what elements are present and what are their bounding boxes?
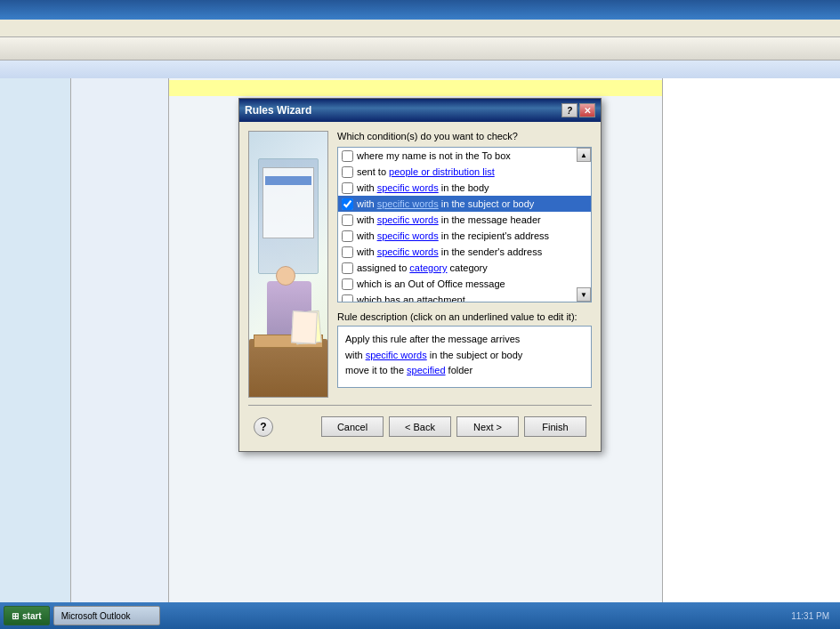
scrollbar-up-button[interactable]: ▲ (577, 148, 591, 162)
dialog-title: Rules Wizard (245, 104, 561, 117)
rule-line-2: with specific words in the subject or bo… (345, 348, 584, 364)
condition-item-6[interactable]: with specific words in the recipient's a… (338, 228, 591, 244)
outlook-sidebar (0, 78, 71, 602)
condition-text-6: with specific words in the recipient's a… (357, 230, 549, 241)
condition-link-3[interactable]: specific words (377, 182, 439, 193)
rules-wizard-dialog: Rules Wizard ? ✕ (238, 98, 602, 452)
outlook-navbar (0, 60, 840, 78)
footer-left: ? (254, 417, 273, 437)
conditions-question: Which condition(s) do you want to check? (337, 131, 592, 141)
system-tray: 11:31 PM (784, 611, 836, 621)
taskbar-items: Microsoft Outlook (50, 606, 785, 625)
condition-link-7[interactable]: specific words (377, 246, 439, 257)
condition-text-4: with specific words in the subject or bo… (357, 198, 534, 209)
outlook-menubar (0, 20, 840, 37)
condition-link-8[interactable]: category (409, 262, 447, 273)
scrollbar-down-button[interactable]: ▼ (577, 287, 591, 302)
condition-text-5: with specific words in the message heade… (357, 214, 541, 225)
dialog-body: Which condition(s) do you want to check?… (239, 122, 601, 451)
titlebar-close-button[interactable]: ✕ (579, 103, 595, 117)
start-label: start (22, 611, 42, 621)
condition-item-8[interactable]: assigned to category category (338, 260, 591, 276)
finish-button[interactable]: Finish (524, 416, 586, 437)
condition-text-3: with specific words in the body (357, 182, 489, 193)
rule-description-section: Rule description (click on an underlined… (337, 311, 592, 388)
footer-right: Cancel < Back Next > Finish (321, 416, 586, 437)
back-button[interactable]: < Back (389, 416, 451, 437)
next-button[interactable]: Next > (456, 416, 519, 437)
conditions-list[interactable]: where my name is not in the To box sent … (337, 147, 592, 302)
conditions-panel: Which condition(s) do you want to check?… (337, 131, 592, 398)
condition-link-2[interactable]: people or distribution list (389, 166, 495, 177)
wizard-paper2 (291, 310, 318, 343)
condition-checkbox-2[interactable] (342, 166, 353, 178)
wizard-illustration (248, 131, 328, 398)
titlebar-help-button[interactable]: ? (561, 103, 578, 117)
condition-text-8: assigned to category category (357, 262, 488, 273)
taskbar-item-label: Microsoft Outlook (61, 611, 131, 621)
condition-checkbox-9[interactable] (342, 278, 353, 290)
condition-checkbox-8[interactable] (342, 262, 353, 274)
condition-item-2[interactable]: sent to people or distribution list (338, 164, 591, 180)
wizard-screen-bar (265, 176, 311, 185)
rule-description-title: Rule description (click on an underlined… (337, 311, 592, 322)
condition-checkbox-10[interactable] (342, 294, 353, 303)
rule-line-3: move it to the specified folder (345, 363, 584, 379)
dialog-top-section: Which condition(s) do you want to check?… (248, 131, 592, 398)
outlook-folders (71, 78, 169, 602)
condition-item-9[interactable]: which is an Out of Office message (338, 276, 591, 292)
condition-item-3[interactable]: with specific words in the body (338, 180, 591, 196)
rule-link-specified[interactable]: specified (407, 365, 445, 375)
condition-checkbox-7[interactable] (342, 246, 353, 258)
wizard-image-inner (249, 132, 327, 397)
dialog-separator (248, 405, 592, 406)
outlook-toolbar (0, 37, 840, 60)
clock: 11:31 PM (791, 611, 829, 621)
wizard-figure-head (276, 266, 295, 286)
condition-checkbox-3[interactable] (342, 182, 353, 194)
condition-checkbox-5[interactable] (342, 214, 353, 226)
taskbar: ⊞ start Microsoft Outlook 11:31 PM (0, 602, 840, 629)
condition-checkbox-4[interactable] (342, 198, 353, 210)
condition-checkbox-6[interactable] (342, 230, 353, 242)
rule-line-1: Apply this rule after the message arrive… (345, 332, 584, 348)
condition-item-10[interactable]: which has an attachment (338, 292, 591, 302)
condition-link-5[interactable]: specific words (377, 214, 439, 225)
condition-item-5[interactable]: with specific words in the message heade… (338, 212, 591, 228)
condition-text-9: which is an Out of Office message (357, 278, 505, 289)
condition-text-10: which has an attachment (357, 294, 465, 302)
outlook-preview-pane (662, 78, 840, 602)
outlook-titlebar (0, 0, 840, 20)
condition-text-2: sent to people or distribution list (357, 166, 495, 177)
rule-description-box: Apply this rule after the message arrive… (337, 326, 592, 388)
condition-link-6[interactable]: specific words (377, 230, 439, 241)
condition-text-1: where my name is not in the To box (357, 150, 511, 161)
start-icon: ⊞ (12, 611, 19, 621)
highlighted-email-row (169, 80, 662, 96)
titlebar-buttons: ? ✕ (561, 103, 595, 117)
condition-item-1[interactable]: where my name is not in the To box (338, 148, 591, 164)
cancel-button[interactable]: Cancel (321, 416, 384, 437)
dialog-footer: ? Cancel < Back Next > Finish (248, 413, 592, 442)
start-button[interactable]: ⊞ start (4, 606, 50, 625)
condition-text-7: with specific words in the sender's addr… (357, 246, 542, 257)
dialog-titlebar: Rules Wizard ? ✕ (239, 99, 601, 122)
condition-checkbox-1[interactable] (342, 150, 353, 162)
condition-link-4[interactable]: specific words (377, 198, 439, 209)
condition-item-4[interactable]: with specific words in the subject or bo… (338, 196, 591, 212)
taskbar-outlook-item[interactable]: Microsoft Outlook (53, 606, 160, 625)
rule-link-specific-words[interactable]: specific words (366, 350, 427, 360)
help-button[interactable]: ? (254, 417, 273, 437)
condition-item-7[interactable]: with specific words in the sender's addr… (338, 244, 591, 260)
